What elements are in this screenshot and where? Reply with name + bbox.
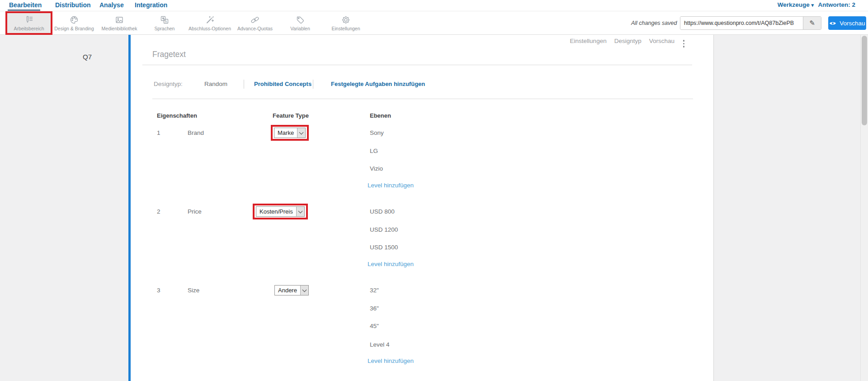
level-item[interactable]: USD 1500 [370, 244, 398, 251]
level-item[interactable]: Sony [370, 129, 384, 136]
nav-tab-analyse[interactable]: Analyse [99, 1, 124, 9]
save-status-text: All changes saved [631, 20, 677, 26]
divider [244, 80, 244, 89]
toolbar-item-label: Advance-Quotas [237, 26, 273, 31]
tag-icon [295, 15, 305, 25]
divider [313, 80, 313, 89]
row-number: 1 [157, 129, 160, 136]
feature-name[interactable]: Size [188, 287, 199, 294]
nav-tab-integration[interactable]: Integration [135, 1, 167, 9]
col-header-feature-type: Feature Type [273, 112, 309, 119]
survey-url-input[interactable] [680, 17, 803, 29]
select-chevron-icon[interactable] [297, 128, 305, 138]
active-tab-underline [8, 10, 40, 11]
nav-tab-bearbeiten[interactable]: Bearbeiten [9, 1, 42, 9]
wand-icon [205, 15, 215, 25]
menu-designtyp[interactable]: Designtyp [614, 38, 642, 44]
level-item[interactable]: USD 1200 [370, 226, 398, 233]
toolbar-item-abschluss-optionen[interactable]: Abschluss-Optionen [187, 11, 232, 35]
question-text-placeholder[interactable]: Fragetext [152, 50, 186, 59]
level-item[interactable]: Level 4 [370, 341, 390, 348]
level-item[interactable]: 36" [370, 305, 379, 312]
level-item[interactable]: Vizio [370, 165, 383, 172]
palette-icon [69, 15, 79, 25]
svg-text:A: A [165, 19, 167, 24]
select-value: Marke [274, 128, 297, 138]
feature-type-select-size[interactable]: Andere [274, 285, 309, 295]
question-text-underline [142, 65, 692, 65]
toolbar-item-label: Design & Branding [54, 26, 94, 31]
row-number: 2 [157, 208, 160, 215]
preview-button[interactable]: Vorschau [828, 16, 866, 30]
feature-name[interactable]: Brand [188, 129, 204, 136]
workspace-icon [24, 15, 34, 25]
werkzeuge-label: Werkzeuge [778, 1, 810, 8]
select-value: Kosten/Preis [256, 207, 296, 216]
vertical-scrollbar[interactable] [860, 35, 868, 381]
top-nav-bar: Bearbeiten Distribution Analyse Integrat… [0, 0, 868, 11]
toolbar-item-label: Variablen [290, 26, 310, 31]
gear-icon [341, 15, 351, 25]
col-header-ebenen: Ebenen [370, 112, 391, 119]
antworten-count[interactable]: Antworten: 2 [818, 1, 856, 8]
toolbar-item-sprachen[interactable]: A Sprachen [142, 11, 187, 35]
red-highlight-box: Kosten/Preis [253, 204, 308, 219]
languages-icon: A [160, 15, 170, 25]
toolbar-item-label: Arbeitsbereich [14, 26, 44, 31]
feature-name[interactable]: Price [188, 208, 202, 215]
eye-icon [829, 21, 836, 26]
toolbar: Arbeitsbereich Design & Branding Medienb… [0, 11, 868, 35]
question-editor-panel: Einstellungen Designtyp Vorschau Fragete… [131, 35, 714, 381]
toolbar-item-arbeitsbereich[interactable]: Arbeitsbereich [5, 11, 52, 35]
level-item[interactable]: USD 800 [370, 208, 395, 215]
designtyp-label: Designtyp: [154, 81, 183, 87]
add-level-link[interactable]: Level hinzufügen [368, 261, 414, 267]
toolbar-item-medienbibliothek[interactable]: Medienbibliothek [97, 11, 142, 35]
feature-type-select-price[interactable]: Kosten/Preis [256, 206, 305, 217]
select-value: Andere [275, 286, 300, 295]
select-chevron-icon[interactable] [296, 207, 304, 216]
feature-type-select-brand[interactable]: Marke [274, 128, 306, 138]
question-header-menu: Einstellungen Designtyp Vorschau [570, 38, 675, 44]
more-options-icon[interactable] [682, 39, 686, 48]
level-item[interactable]: 32" [370, 287, 379, 294]
select-chevron-icon[interactable] [300, 286, 308, 295]
survey-url-group: ✎ [680, 16, 821, 30]
menu-einstellungen[interactable]: Einstellungen [570, 38, 607, 44]
media-library-icon [114, 15, 124, 25]
toolbar-item-label: Abschluss-Optionen [189, 26, 231, 31]
toolbar-item-label: Sprachen [155, 26, 175, 31]
pencil-icon: ✎ [809, 19, 815, 27]
edit-url-button[interactable]: ✎ [803, 17, 821, 29]
toolbar-item-label: Einstellungen [331, 26, 360, 31]
menu-vorschau[interactable]: Vorschau [649, 38, 675, 44]
preview-button-label: Vorschau [840, 20, 865, 27]
nav-tab-distribution[interactable]: Distribution [55, 1, 91, 9]
table-top-border [152, 99, 693, 99]
toolbar-item-advance-quotas[interactable]: Advance-Quotas [232, 11, 278, 35]
werkzeuge-menu[interactable]: Werkzeuge ▾ [778, 1, 814, 8]
sidebar-question-q7[interactable]: Q7 [83, 53, 92, 61]
chevron-down-icon: ▾ [811, 2, 814, 8]
designtyp-value[interactable]: Random [204, 81, 227, 87]
scrollbar-thumb[interactable] [862, 36, 867, 125]
level-item[interactable]: 45" [370, 323, 379, 329]
chain-icon [250, 15, 260, 25]
add-level-link[interactable]: Level hinzufügen [368, 182, 414, 189]
fixed-tasks-link[interactable]: Festgelegte Aufgaben hinzufügen [331, 81, 425, 87]
toolbar-item-einstellungen[interactable]: Einstellungen [323, 11, 368, 35]
toolbar-item-label: Medienbibliothek [102, 26, 137, 31]
prohibited-concepts-link[interactable]: Prohibited Concepts [254, 81, 311, 87]
toolbar-item-variablen[interactable]: Variablen [278, 11, 323, 35]
row-number: 3 [157, 287, 160, 294]
level-item[interactable]: LG [370, 148, 378, 154]
red-highlight-box: Marke [271, 125, 309, 141]
toolbar-item-design-branding[interactable]: Design & Branding [52, 11, 97, 35]
col-header-eigenschaften: Eigenschaften [157, 112, 197, 119]
add-level-link[interactable]: Level hinzufügen [368, 357, 414, 364]
